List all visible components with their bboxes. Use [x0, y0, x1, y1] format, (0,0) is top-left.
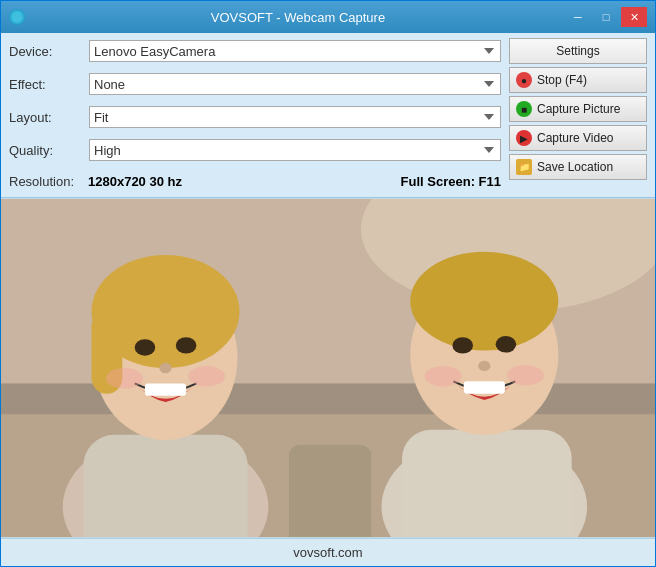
- layout-row: Layout: Fit: [9, 104, 501, 130]
- app-icon: [9, 9, 25, 25]
- svg-point-16: [188, 366, 225, 387]
- controls-panel: Device: Lenovo EasyCamera Effect: None L…: [1, 33, 655, 198]
- stop-icon: ●: [516, 72, 532, 88]
- settings-label: Settings: [556, 44, 599, 58]
- svg-point-24: [478, 361, 490, 371]
- maximize-button[interactable]: □: [593, 7, 619, 27]
- quality-select[interactable]: High: [89, 139, 501, 161]
- settings-button[interactable]: Settings: [509, 38, 647, 64]
- capture-picture-button[interactable]: ■ Capture Picture: [509, 96, 647, 122]
- effect-label: Effect:: [9, 77, 89, 92]
- svg-point-21: [410, 252, 558, 351]
- svg-rect-25: [464, 381, 505, 393]
- effect-row: Effect: None: [9, 71, 501, 97]
- status-bar: vovsoft.com: [1, 538, 655, 566]
- svg-point-15: [106, 368, 143, 389]
- capture-video-button[interactable]: ▶ Capture Video: [509, 125, 647, 151]
- svg-point-11: [135, 339, 156, 355]
- effect-select[interactable]: None: [89, 73, 501, 95]
- quality-label: Quality:: [9, 143, 89, 158]
- capture-picture-label: Capture Picture: [537, 102, 620, 116]
- capture-video-icon: ▶: [516, 130, 532, 146]
- camera-feed: [1, 199, 655, 537]
- quality-row: Quality: High: [9, 137, 501, 163]
- layout-select[interactable]: Fit: [89, 106, 501, 128]
- main-window: VOVSOFT - Webcam Capture ─ □ ✕ Device: L…: [0, 0, 656, 567]
- svg-point-22: [452, 337, 473, 353]
- layout-label: Layout:: [9, 110, 89, 125]
- svg-point-26: [425, 366, 462, 387]
- svg-rect-5: [83, 435, 248, 537]
- close-button[interactable]: ✕: [621, 7, 647, 27]
- svg-rect-18: [402, 430, 572, 537]
- save-location-button[interactable]: 📁 Save Location: [509, 154, 647, 180]
- device-row: Device: Lenovo EasyCamera: [9, 38, 501, 64]
- stop-button[interactable]: ● Stop (F4): [509, 67, 647, 93]
- save-location-label: Save Location: [537, 160, 613, 174]
- capture-video-label: Capture Video: [537, 131, 614, 145]
- controls-right: Settings ● Stop (F4) ■ Capture Picture ▶…: [509, 38, 647, 192]
- svg-rect-14: [145, 383, 186, 395]
- svg-rect-10: [147, 270, 184, 311]
- svg-rect-28: [289, 445, 371, 537]
- svg-point-23: [496, 336, 517, 352]
- fullscreen-text: Full Screen: F11: [401, 174, 501, 189]
- svg-point-13: [159, 363, 171, 373]
- stop-label: Stop (F4): [537, 73, 587, 87]
- controls-left: Device: Lenovo EasyCamera Effect: None L…: [9, 38, 501, 192]
- resolution-row: Resolution: 1280x720 30 hz Full Screen: …: [9, 170, 501, 192]
- window-controls: ─ □ ✕: [565, 7, 647, 27]
- video-feed: [1, 198, 655, 538]
- title-bar: VOVSOFT - Webcam Capture ─ □ ✕: [1, 1, 655, 33]
- save-location-icon: 📁: [516, 159, 532, 175]
- svg-point-12: [176, 337, 197, 353]
- status-url: vovsoft.com: [293, 545, 362, 560]
- resolution-label: Resolution:: [9, 174, 84, 189]
- svg-point-27: [507, 365, 544, 386]
- capture-picture-icon: ■: [516, 101, 532, 117]
- minimize-button[interactable]: ─: [565, 7, 591, 27]
- window-title: VOVSOFT - Webcam Capture: [31, 10, 565, 25]
- device-label: Device:: [9, 44, 89, 59]
- resolution-value: 1280x720 30 hz: [88, 174, 182, 189]
- device-select[interactable]: Lenovo EasyCamera: [89, 40, 501, 62]
